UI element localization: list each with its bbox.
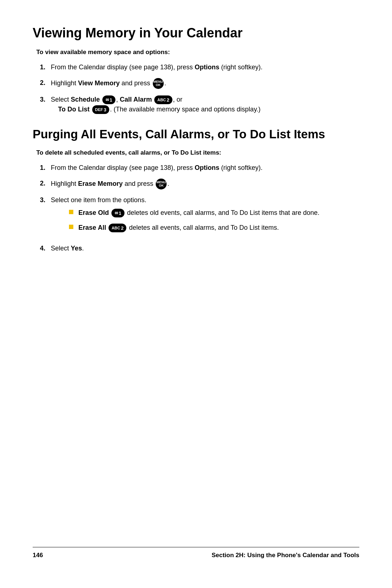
- key-erase-old-icon: ✉: [115, 210, 118, 216]
- key-todo-list: DEF 3: [92, 105, 109, 114]
- s2-step-3-text: Select one item from the options. Erase …: [51, 195, 359, 238]
- bullet-erase-old: Erase Old ✉ 1 deletes old events, call a…: [69, 208, 359, 218]
- step-3-bold3: To Do List: [58, 106, 90, 113]
- key-erase-old: ✉ 1: [111, 209, 124, 217]
- section1: Viewing Memory in Your Calendar To view …: [33, 25, 359, 114]
- s2-step-4-num: 4.: [40, 244, 51, 253]
- s2-step-2: 2. Highlight Erase Memory and press MENU…: [40, 179, 359, 189]
- section1-steps: 1. From the Calendar display (see page 1…: [40, 62, 359, 114]
- s2-step-4: 4. Select Yes.: [40, 244, 359, 253]
- key-schedule: ✉ 1: [102, 95, 115, 104]
- s2-step-1-num: 1.: [40, 163, 51, 173]
- s2-step-3-num: 3.: [40, 195, 51, 205]
- s2-step-2-num: 2.: [40, 179, 51, 188]
- step-3-num: 3.: [40, 95, 51, 105]
- bullet-list: Erase Old ✉ 1 deletes old events, call a…: [69, 208, 359, 233]
- key-call-alarm-icon: ABC: [157, 97, 166, 103]
- step-1-text: From the Calendar display (see page 138)…: [51, 62, 359, 72]
- bullet-erase-all-bold: Erase All: [78, 224, 106, 231]
- s2-step-1-bold: Options: [195, 164, 219, 171]
- content: Viewing Memory in Your Calendar To view …: [33, 22, 359, 547]
- bullet-erase-old-bold: Erase Old: [78, 209, 109, 216]
- bullet-square-2: [69, 225, 73, 229]
- bullet-square-1: [69, 210, 73, 214]
- bullet-erase-all-text: Erase All ABC 2 deletes all events, call…: [78, 223, 359, 233]
- footer-section: Section 2H: Using the Phone's Calendar a…: [212, 552, 359, 559]
- bullet-erase-all: Erase All ABC 2 deletes all events, call…: [69, 223, 359, 233]
- step-3-bold1: Schedule: [71, 96, 100, 103]
- step-2-text: Highlight View Memory and press MENUOK .: [51, 78, 359, 89]
- key-erase-all-icon: ABC: [111, 225, 120, 231]
- s2-step-1-text: From the Calendar display (see page 138)…: [51, 163, 359, 173]
- s2-step-4-bold: Yes: [71, 245, 82, 252]
- step-2: 2. Highlight View Memory and press MENUO…: [40, 78, 359, 89]
- s2-step-4-text: Select Yes.: [51, 244, 359, 253]
- s2-step-3: 3. Select one item from the options. Era…: [40, 195, 359, 238]
- section1-title: Viewing Memory in Your Calendar: [33, 25, 359, 41]
- menu-ok-button-1: MENUOK: [153, 78, 164, 89]
- section2-title: Purging All Events, Call Alarms, or To D…: [33, 127, 359, 141]
- section2-steps: 1. From the Calendar display (see page 1…: [40, 163, 359, 253]
- step-1: 1. From the Calendar display (see page 1…: [40, 62, 359, 72]
- section1-intro: To view available memory space and optio…: [36, 49, 359, 56]
- key-schedule-icon: ✉: [106, 97, 109, 103]
- step-2-bold: View Memory: [78, 79, 120, 87]
- menu-ok-label-2: MENUOK: [156, 181, 166, 187]
- step-3-text: Select Schedule ✉ 1 , Call Alarm ABC 2 ,…: [51, 95, 359, 114]
- s2-step-1: 1. From the Calendar display (see page 1…: [40, 163, 359, 173]
- step-3: 3. Select Schedule ✉ 1 , Call Alarm ABC …: [40, 95, 359, 114]
- section2: Purging All Events, Call Alarms, or To D…: [33, 127, 359, 253]
- step-1-num: 1.: [40, 62, 51, 72]
- step-3-bold2: Call Alarm: [120, 96, 152, 103]
- page: Viewing Memory in Your Calendar To view …: [0, 0, 392, 588]
- menu-ok-button-2: MENUOK: [156, 179, 167, 189]
- step-1-bold: Options: [195, 64, 219, 71]
- section2-intro: To delete all scheduled events, call ala…: [36, 149, 359, 156]
- footer: 146 Section 2H: Using the Phone's Calend…: [33, 547, 359, 559]
- footer-page-num: 146: [33, 552, 43, 559]
- s2-step-2-bold: Erase Memory: [78, 180, 123, 187]
- menu-ok-label-1: MENUOK: [154, 80, 163, 87]
- key-erase-all: ABC 2: [109, 224, 126, 232]
- step-2-num: 2.: [40, 78, 51, 88]
- bullet-erase-old-text: Erase Old ✉ 1 deletes old events, call a…: [78, 208, 359, 218]
- key-todo-icon: DEF: [95, 107, 103, 113]
- key-call-alarm: ABC 2: [154, 95, 172, 104]
- s2-step-2-text: Highlight Erase Memory and press MENUOK …: [51, 179, 359, 189]
